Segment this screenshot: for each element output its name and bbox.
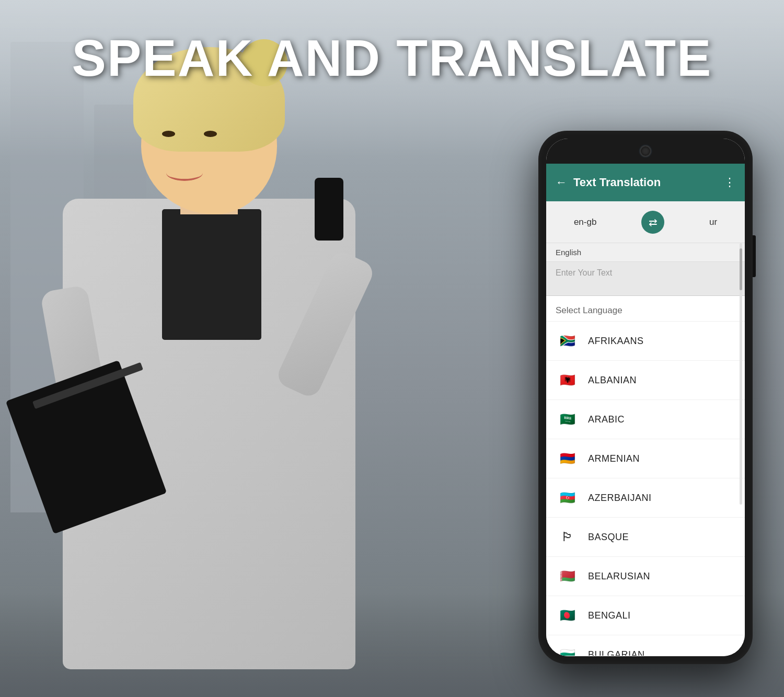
flag-icon: 🇧🇬	[557, 644, 579, 656]
swap-languages-button[interactable]: ⇄	[641, 211, 664, 234]
source-language-label: English	[556, 248, 581, 257]
language-name: BENGALI	[588, 610, 631, 621]
back-button[interactable]: ←	[556, 176, 567, 189]
language-selector-row: en-gb ⇄ ur	[546, 201, 745, 243]
phone-screen: ← Text Translation ⋮ en-gb ⇄ ur English …	[546, 139, 745, 656]
language-list-item[interactable]: 🇧🇬BULGARIAN	[546, 635, 745, 656]
language-list-item[interactable]: 🇸🇦ARABIC	[546, 400, 745, 439]
text-input-area[interactable]: Enter Your Text	[546, 262, 745, 296]
language-list-item[interactable]: 🇧🇾BELARUSIAN	[546, 557, 745, 596]
language-list-item[interactable]: 🇿🇦AFRIKAANS	[546, 322, 745, 361]
language-name: BASQUE	[588, 532, 629, 543]
phone-device: ← Text Translation ⋮ en-gb ⇄ ur English …	[538, 131, 753, 664]
language-list: 🇿🇦AFRIKAANS🇦🇱ALBANIAN🇸🇦ARABIC🇦🇲ARMENIAN🇦…	[546, 322, 745, 656]
language-name: ALBANIAN	[588, 375, 637, 386]
hero-title: SPEAK AND TRANSLATE	[0, 29, 784, 88]
flag-icon: 🇦🇱	[557, 369, 579, 391]
language-name: BULGARIAN	[588, 649, 645, 656]
language-list-item[interactable]: 🇦🇱ALBANIAN	[546, 361, 745, 400]
flag-icon: 🇦🇿	[557, 487, 579, 509]
language-list-item[interactable]: 🏳BASQUE	[546, 518, 745, 557]
scrollbar-thumb[interactable]	[740, 248, 742, 290]
language-list-item[interactable]: 🇦🇲ARMENIAN	[546, 439, 745, 478]
flag-icon: 🇧🇩	[557, 604, 579, 626]
scrollbar-track	[740, 243, 742, 505]
source-language-label-row: English	[546, 243, 745, 262]
language-list-item[interactable]: 🇧🇩BENGALI	[546, 596, 745, 635]
person-figure	[0, 0, 470, 697]
language-name: ARABIC	[588, 414, 625, 425]
flag-icon: 🏳	[557, 526, 579, 548]
app-title: Text Translation	[573, 176, 718, 189]
camera-lens	[640, 145, 651, 157]
select-language-section: Select Language 🇿🇦AFRIKAANS🇦🇱ALBANIAN🇸🇦A…	[546, 296, 745, 656]
app-header: ← Text Translation ⋮	[546, 164, 745, 201]
language-name: BELARUSIAN	[588, 571, 650, 582]
source-language-code[interactable]: en-gb	[574, 217, 596, 227]
language-list-item[interactable]: 🇦🇿AZERBAIJANI	[546, 478, 745, 518]
flag-icon: 🇸🇦	[557, 408, 579, 430]
swap-icon: ⇄	[649, 216, 658, 228]
language-name: AFRIKAANS	[588, 336, 644, 347]
flag-icon: 🇿🇦	[557, 330, 579, 352]
phone-side-button	[753, 235, 756, 277]
camera-bar	[546, 139, 745, 164]
language-name: ARMENIAN	[588, 453, 640, 464]
select-language-header: Select Language	[546, 296, 745, 322]
text-input-placeholder: Enter Your Text	[556, 268, 612, 277]
language-name: AZERBAIJANI	[588, 493, 652, 504]
more-options-button[interactable]: ⋮	[724, 176, 735, 189]
flag-icon: 🇦🇲	[557, 448, 579, 470]
target-language-code[interactable]: ur	[709, 217, 717, 227]
flag-icon: 🇧🇾	[557, 565, 579, 587]
